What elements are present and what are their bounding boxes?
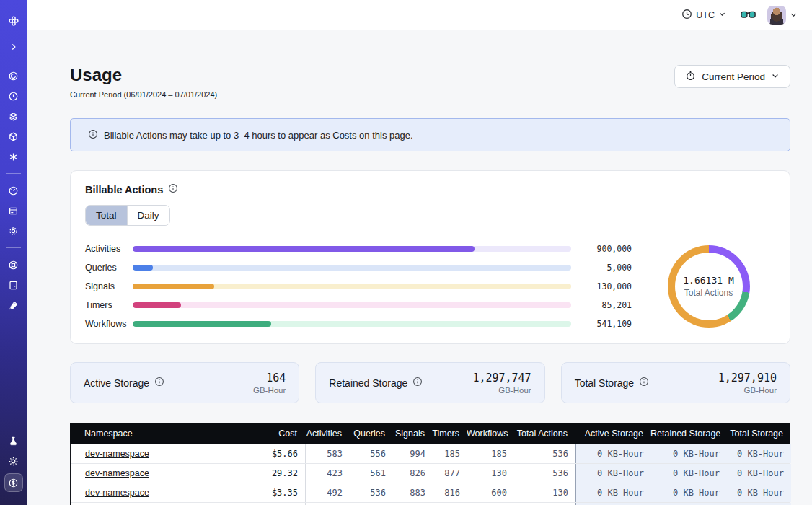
total-actions-value: 1.66131 M — [683, 275, 733, 286]
info-icon[interactable] — [412, 377, 423, 389]
col-timers: Timers — [432, 429, 467, 439]
active-storage-cell: 0 KB-Hour — [575, 464, 651, 483]
workflows-cell: 185 — [467, 444, 514, 463]
cost-cell: $5.66 — [233, 444, 305, 463]
info-icon[interactable] — [154, 377, 164, 389]
bar-row-timers: Timers 85,201 — [85, 296, 632, 315]
retained-storage-label: Retained Storage — [329, 377, 407, 389]
nexus-icon[interactable] — [6, 149, 22, 164]
topbar: UTC — [27, 0, 812, 30]
workflows-cell: 600 — [467, 483, 514, 502]
total-storage-cell: 0 KB-Hour — [727, 464, 791, 483]
billable-actions-title: Billable Actions — [85, 184, 163, 196]
signals-cell: 826 — [393, 464, 433, 483]
col-total-actions: Total Actions — [513, 429, 575, 439]
workflows-bar — [133, 321, 571, 327]
sidebar — [0, 0, 27, 505]
active-storage-card: Active Storage 164 GB-Hour — [70, 362, 299, 403]
signals-cell: 994 — [393, 444, 433, 463]
usage-icon[interactable] — [6, 183, 22, 198]
active-storage-value: 164 — [253, 372, 286, 385]
tab-daily[interactable]: Daily — [127, 206, 169, 225]
retained-storage-cell: 0 KB-Hour — [651, 483, 727, 502]
activities-cell: 492 — [305, 483, 350, 502]
theme-icon[interactable] — [6, 453, 22, 469]
bar-row-signals: Signals 130,000 — [85, 277, 632, 296]
bar-label: Signals — [85, 281, 133, 291]
signals-cell: 883 — [393, 483, 433, 502]
timers-cell: 816 — [433, 483, 467, 502]
info-icon[interactable] — [168, 183, 178, 196]
support-icon[interactable] — [6, 257, 22, 273]
stopwatch-icon — [685, 70, 696, 83]
active-storage-label: Active Storage — [84, 377, 149, 389]
currency-icon[interactable] — [4, 473, 23, 492]
retained-storage-card: Retained Storage 1,297,747 GB-Hour — [315, 362, 544, 403]
queries-bar — [133, 265, 571, 271]
table-header: Namespace Cost Activities Queries Signal… — [70, 423, 790, 444]
stack-icon[interactable] — [6, 108, 22, 124]
total-storage-cell: 0 KB-Hour — [727, 483, 791, 502]
queries-cell: 536 — [350, 483, 393, 502]
active-storage-unit: GB-Hour — [253, 386, 286, 395]
account-menu[interactable] — [767, 6, 798, 25]
settings-icon[interactable] — [6, 223, 22, 239]
period-selector-button[interactable]: Current Period — [674, 65, 790, 88]
signals-bar — [133, 284, 571, 289]
total-actions-cell: 536 — [514, 464, 575, 483]
col-signals: Signals — [392, 429, 432, 439]
col-total-storage: Total Storage — [726, 429, 790, 439]
total-actions-cell: 130 — [514, 483, 575, 502]
docs-icon[interactable] — [6, 277, 22, 293]
queries-cell: 556 — [350, 444, 393, 463]
cost-cell: 29.32 — [233, 464, 305, 483]
activities-cell: 583 — [305, 444, 350, 463]
collapse-sidebar-icon[interactable] — [6, 39, 22, 55]
timezone-picker[interactable]: UTC — [681, 9, 726, 22]
billable-actions-info-banner: Billable Actions may take up to 3–4 hour… — [70, 118, 790, 152]
table-row: dev-namespace 29.32 423 561 826 877 130 … — [71, 464, 790, 483]
bar-row-activities: Activities 900,000 — [85, 240, 632, 258]
billing-icon[interactable] — [6, 203, 22, 219]
deployments-icon[interactable] — [6, 128, 22, 144]
info-icon — [88, 129, 98, 141]
total-storage-card: Total Storage 1,297,910 GB-Hour — [561, 362, 790, 403]
temporal-logo-icon[interactable] — [6, 13, 22, 29]
labs-icon[interactable] — [6, 433, 22, 449]
total-actions-cell: 536 — [514, 444, 575, 463]
active-storage-cell: 0 KB-Hour — [575, 444, 651, 463]
avatar — [767, 6, 786, 25]
getting-started-icon[interactable] — [6, 297, 22, 313]
col-namespace: Namespace — [70, 429, 232, 439]
period-subtitle: Current Period (06/01/2024 – 07/01/2024) — [70, 90, 217, 99]
info-icon[interactable] — [639, 377, 649, 389]
bar-value: 85,201 — [581, 300, 632, 310]
namespace-usage-table: Namespace Cost Activities Queries Signal… — [70, 423, 790, 505]
total-actions-donut: 1.66131 M Total Actions — [668, 245, 750, 328]
activities-cell: 423 — [305, 464, 350, 483]
timers-cell: 877 — [433, 464, 467, 483]
total-actions-label: Total Actions — [684, 288, 733, 298]
total-storage-unit: GB-Hour — [718, 386, 777, 395]
namespaces-icon[interactable] — [6, 68, 22, 84]
tab-total[interactable]: Total — [86, 206, 127, 225]
history-icon[interactable] — [6, 88, 22, 104]
workflows-cell: 130 — [467, 464, 514, 483]
bar-label: Workflows — [85, 319, 133, 329]
namespace-link[interactable]: dev-namespace — [85, 449, 149, 459]
namespace-link[interactable]: dev-namespace — [85, 488, 149, 498]
retained-storage-unit: GB-Hour — [472, 386, 531, 395]
banner-text: Billable Actions may take up to 3–4 hour… — [104, 130, 413, 141]
bar-value: 900,000 — [581, 244, 632, 254]
timers-bar — [133, 302, 571, 308]
bar-label: Queries — [85, 263, 133, 273]
table-row: dev-namespace $5.66 583 556 994 185 185 … — [71, 444, 790, 464]
chevron-down-icon — [718, 10, 726, 20]
table-row: dev-namespace $3.35 492 536 883 816 600 … — [71, 483, 790, 503]
billable-actions-bar-chart: Activities 900,000 Queries 5,000 Signals… — [85, 240, 642, 333]
namespace-link[interactable]: dev-namespace — [85, 468, 149, 478]
incognito-glasses-icon[interactable] — [741, 9, 756, 20]
queries-cell: 561 — [350, 464, 393, 483]
chevron-down-icon — [771, 71, 780, 82]
bar-row-workflows: Workflows 541,109 — [85, 315, 632, 333]
